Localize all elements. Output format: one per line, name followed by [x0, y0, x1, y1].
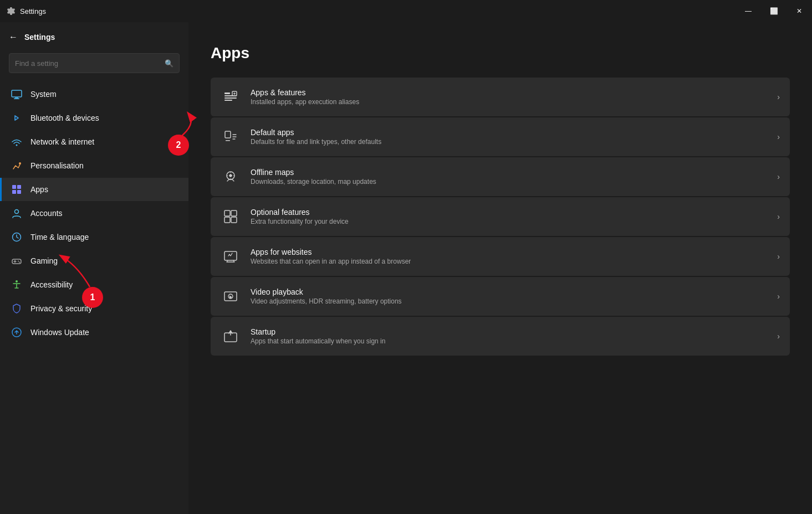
optional-features-title: Optional features — [251, 208, 772, 217]
update-icon — [11, 326, 23, 338]
sidebar-item-bluetooth-label: Bluetooth & devices — [30, 114, 99, 122]
svg-rect-7 — [12, 190, 16, 194]
optional-features-chevron: › — [777, 212, 780, 221]
apps-websites-title: Apps for websites — [251, 248, 772, 256]
setting-optional-features[interactable]: Optional features Extra functionality fo… — [211, 197, 790, 236]
svg-rect-1 — [15, 97, 18, 99]
sidebar-item-network[interactable]: Network & internet — [0, 130, 188, 153]
sidebar-item-apps[interactable]: Apps — [0, 178, 188, 201]
search-box[interactable]: 🔍 — [9, 53, 180, 73]
apps-features-text: Apps & features Installed apps, app exec… — [251, 88, 772, 106]
apps-features-desc: Installed apps, app execution aliases — [251, 98, 772, 106]
sidebar-item-gaming-label: Gaming — [30, 256, 58, 265]
svg-rect-20 — [224, 97, 237, 99]
sidebar-item-update-label: Windows Update — [30, 328, 89, 337]
svg-rect-29 — [224, 210, 230, 216]
startup-title: Startup — [251, 327, 772, 336]
network-icon — [11, 136, 23, 148]
offline-maps-title: Offline maps — [251, 168, 772, 177]
search-input[interactable] — [15, 59, 165, 68]
apps-websites-chevron: › — [777, 252, 780, 261]
default-apps-icon — [221, 127, 241, 147]
video-playback-text: Video playback Video adjustments, HDR st… — [251, 287, 772, 305]
sidebar-item-time-label: Time & language — [30, 233, 89, 241]
minimize-button[interactable]: — — [736, 0, 761, 22]
video-playback-chevron: › — [777, 292, 780, 301]
svg-rect-31 — [224, 217, 230, 223]
default-apps-text: Default apps Defaults for file and link … — [251, 128, 772, 146]
default-apps-desc: Defaults for file and link types, other … — [251, 138, 772, 146]
sidebar-item-system[interactable]: System — [0, 83, 188, 106]
personalisation-icon — [11, 160, 23, 172]
settings-icon — [7, 7, 16, 16]
apps-features-chevron: › — [777, 92, 780, 101]
sidebar-item-accessibility-label: Accessibility — [30, 280, 73, 289]
offline-maps-icon — [221, 167, 241, 187]
privacy-icon — [11, 302, 23, 315]
sidebar-item-bluetooth[interactable]: Bluetooth & devices — [0, 106, 188, 130]
startup-icon — [221, 326, 241, 346]
video-playback-title: Video playback — [251, 287, 772, 296]
setting-video-playback[interactable]: Video playback Video adjustments, HDR st… — [211, 277, 790, 316]
accounts-icon — [11, 207, 23, 219]
svg-rect-32 — [231, 217, 237, 223]
startup-chevron: › — [777, 332, 780, 341]
svg-rect-25 — [225, 131, 231, 138]
sidebar-item-personalisation[interactable]: Personalisation — [0, 154, 188, 177]
apps-icon — [11, 183, 23, 196]
svg-point-14 — [18, 261, 19, 262]
back-nav[interactable]: ← Settings — [0, 28, 188, 47]
setting-apps-websites[interactable]: Apps for websites Websites that can open… — [211, 237, 790, 276]
svg-point-28 — [229, 174, 232, 177]
svg-rect-6 — [17, 185, 21, 189]
apps-features-title: Apps & features — [251, 88, 772, 97]
app-title: Settings — [20, 7, 46, 16]
default-apps-title: Default apps — [251, 128, 772, 137]
setting-startup[interactable]: Startup Apps that start automatically wh… — [211, 317, 790, 356]
apps-websites-icon — [221, 246, 241, 266]
system-icon — [11, 88, 23, 100]
svg-rect-0 — [12, 90, 22, 97]
default-apps-chevron: › — [777, 132, 780, 141]
sidebar-item-system-label: System — [30, 90, 57, 99]
sidebar-item-accounts[interactable]: Accounts — [0, 202, 188, 225]
optional-features-text: Optional features Extra functionality fo… — [251, 208, 772, 225]
sidebar-item-privacy-label: Privacy & security — [30, 304, 92, 313]
setting-apps-features[interactable]: Apps & features Installed apps, app exec… — [211, 78, 790, 116]
sidebar-item-time[interactable]: Time & language — [0, 225, 188, 249]
window-controls: — ⬜ ✕ — [736, 0, 812, 22]
bluetooth-icon — [11, 112, 23, 124]
close-button[interactable]: ✕ — [787, 0, 812, 22]
time-icon — [11, 231, 23, 243]
svg-point-4 — [19, 162, 21, 165]
svg-rect-5 — [12, 185, 16, 189]
offline-maps-chevron: › — [777, 172, 780, 181]
svg-rect-26 — [226, 140, 230, 141]
maximize-button[interactable]: ⬜ — [761, 0, 787, 22]
annotation-badge-1: 1 — [82, 287, 103, 308]
svg-rect-18 — [224, 92, 230, 94]
apps-features-icon — [221, 87, 241, 107]
sidebar-item-gaming[interactable]: Gaming — [0, 249, 188, 273]
svg-point-16 — [16, 280, 18, 282]
offline-maps-text: Offline maps Downloads, storage location… — [251, 168, 772, 186]
titlebar: Settings — ⬜ ✕ — [0, 0, 812, 22]
search-container: 🔍 — [0, 49, 188, 78]
app-container: ← Settings 🔍 System — [0, 22, 812, 514]
offline-maps-desc: Downloads, storage location, map updates — [251, 178, 772, 186]
optional-features-icon — [221, 207, 241, 227]
app-name-label: Settings — [24, 33, 55, 42]
apps-websites-desc: Websites that can open in an app instead… — [251, 258, 772, 265]
optional-features-desc: Extra functionality for your device — [251, 218, 772, 225]
video-playback-desc: Video adjustments, HDR streaming, batter… — [251, 297, 772, 305]
search-icon: 🔍 — [165, 59, 173, 68]
startup-desc: Apps that start automatically when you s… — [251, 337, 772, 345]
sidebar: ← Settings 🔍 System — [0, 22, 188, 514]
sidebar-item-apps-label: Apps — [30, 185, 48, 194]
setting-offline-maps[interactable]: Offline maps Downloads, storage location… — [211, 157, 790, 196]
sidebar-item-update[interactable]: Windows Update — [0, 321, 188, 344]
svg-rect-30 — [231, 210, 237, 216]
sidebar-item-accounts-label: Accounts — [30, 209, 63, 218]
setting-default-apps[interactable]: Default apps Defaults for file and link … — [211, 117, 790, 156]
sidebar-item-personalisation-label: Personalisation — [30, 161, 84, 170]
